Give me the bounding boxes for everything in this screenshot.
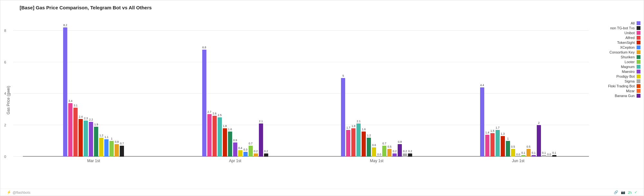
bar-value-label: 0.7	[383, 142, 386, 145]
bar-value-label: 2	[538, 121, 540, 124]
bar-wrapper: 1.7	[496, 126, 500, 157]
bar-value-label: 4.4	[480, 83, 484, 87]
bar-wrapper: 1.1	[104, 135, 109, 157]
legend-item: Maestro	[589, 70, 640, 74]
bar	[202, 50, 206, 157]
y-axis-label: Gas Price (gwei)	[4, 12, 13, 189]
legend-swatch	[637, 84, 640, 88]
bar-wrapper: 0.7	[249, 142, 253, 157]
bar	[408, 153, 412, 157]
legend-label: Unibot	[624, 31, 635, 35]
bar-group: 6.82.72.62.51.81.60.90.40.30.70.22.10.2	[165, 46, 306, 157]
bar	[356, 123, 361, 157]
bar	[362, 132, 366, 157]
legend-label: non TG-bot Txs	[610, 26, 635, 30]
bar-wrapper: 0.6	[372, 143, 376, 157]
chart-container: [Base] Gas Price Comparison, Telegram Bo…	[0, 0, 644, 196]
legend-label: Banana Gun	[615, 94, 635, 98]
legend-item: TokenSight	[589, 41, 640, 44]
bar-wrapper: 1.6	[228, 128, 232, 157]
bar-wrapper: 0.1	[521, 151, 526, 157]
bar-value-label: 8.2	[63, 24, 67, 27]
bar-wrapper: 1.9	[94, 123, 98, 157]
x-axis-label: Mar 1st	[23, 159, 165, 163]
bar-value-label: 0.2	[393, 150, 397, 153]
footer: ⚡ @flashbots 🔗 📷 2h ✓	[0, 189, 644, 196]
bar-wrapper: 0.7	[382, 142, 386, 157]
bar	[393, 153, 397, 157]
bar	[542, 155, 546, 157]
bars-area: 8.23.43.12.42.32.21.91.21.110.80.76.82.7…	[23, 15, 589, 157]
bar-wrapper: 8.2	[63, 24, 67, 157]
bar	[511, 149, 515, 157]
bar	[341, 78, 345, 157]
link-icon[interactable]: 🔗	[614, 190, 618, 194]
bar-wrapper: 1.2	[367, 134, 371, 157]
bar	[109, 141, 114, 157]
bar-value-label: 0.1	[532, 151, 535, 154]
bar-wrapper: 2	[537, 121, 541, 157]
bar-wrapper: 0.5	[526, 145, 531, 157]
bar	[213, 116, 217, 157]
bar-value-label: 2.7	[207, 110, 211, 113]
legend-label: XCeption	[620, 45, 635, 49]
bar-value-label: 2.1	[357, 120, 361, 123]
legend-item: All	[589, 21, 640, 25]
bar-value-label: 5	[342, 74, 344, 77]
bar	[403, 153, 407, 157]
bar-value-label: 2.3	[84, 117, 88, 120]
legend-item: Sigma	[589, 79, 640, 83]
grid-and-bars: 024688.23.43.12.42.32.21.91.21.110.80.76…	[13, 15, 589, 157]
bar	[490, 133, 495, 157]
bar-wrapper: 1.2	[99, 134, 103, 157]
bar-wrapper: 0.5	[511, 145, 515, 157]
bar-value-label: 1	[111, 137, 112, 140]
legend-label: Sigma	[625, 79, 635, 83]
bar-wrapper: 0.2	[393, 150, 397, 157]
camera-icon[interactable]: 📷	[621, 190, 625, 194]
bar-value-label: 1.6	[362, 128, 366, 131]
legend-item: non TG-bot Txs	[589, 26, 640, 30]
chart-body: Gas Price (gwei) 024688.23.43.12.42.32.2…	[0, 12, 644, 189]
legend-label: Magnum	[621, 65, 635, 69]
legend-label: All	[631, 21, 635, 25]
bar	[552, 155, 556, 157]
bar-wrapper: 3.4	[68, 99, 72, 157]
bar	[496, 130, 500, 157]
bar	[346, 130, 350, 157]
bar-wrapper: 0.8	[115, 140, 119, 157]
bar-value-label: 2.5	[218, 113, 222, 117]
bar	[238, 150, 242, 157]
check-icon: ✓	[634, 190, 637, 194]
bar-value-label: 0.6	[372, 143, 376, 147]
legend-swatch	[637, 94, 640, 98]
legend-swatch	[637, 21, 640, 25]
bar	[367, 138, 371, 157]
legend-label: Alfred	[625, 36, 635, 40]
bar-value-label: 0.2	[403, 150, 407, 153]
legend-label: Looter	[625, 60, 635, 64]
bar-wrapper: 0.2	[254, 150, 258, 157]
bar-value-label: 0.2	[254, 150, 258, 153]
bar	[537, 125, 541, 157]
bar-wrapper: 0.4	[238, 146, 242, 157]
bar-value-label: 1.9	[94, 123, 98, 126]
legend-swatch	[637, 60, 640, 64]
bar	[372, 147, 376, 157]
legend-swatch	[637, 26, 640, 30]
x-axis: Mar 1stApr 1stMay 1stJun 1st	[13, 159, 589, 163]
legend-label: Mizar	[626, 89, 635, 93]
bar-wrapper: 2.1	[259, 120, 263, 157]
y-tick: 4	[4, 92, 6, 95]
bar-wrapper: 0.0	[377, 153, 381, 157]
bar-value-label: 0.1	[552, 151, 556, 154]
bar-wrapper: 0.0	[547, 153, 551, 157]
bar	[104, 139, 109, 157]
bar-wrapper: 1	[506, 137, 510, 157]
bar-wrapper: 2.1	[356, 120, 361, 157]
legend-item: XCeption	[589, 45, 640, 49]
bar-wrapper: 0.3	[243, 148, 248, 157]
bar	[233, 142, 237, 157]
bar-wrapper: 2.6	[213, 112, 217, 157]
bar-value-label: 1.6	[228, 128, 232, 131]
